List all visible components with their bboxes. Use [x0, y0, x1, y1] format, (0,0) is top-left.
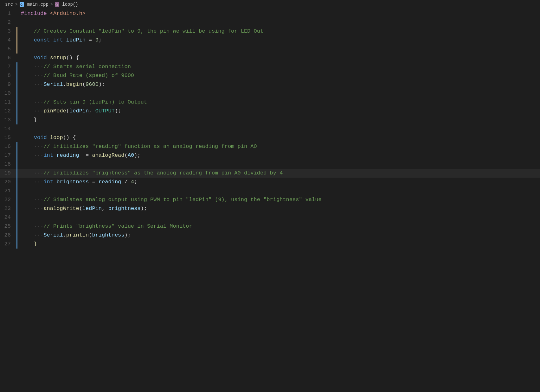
line-content-6: void setup() { [18, 54, 540, 62]
code-line-16: 16 ···// initializes "reading" function … [0, 142, 540, 151]
code-line-14: 14 [0, 124, 540, 133]
line-content-4: const int ledPin = 9; [18, 36, 540, 45]
line-gutter-25 [16, 222, 18, 231]
breadcrumb-file[interactable]: main.cpp [27, 2, 48, 7]
line-content-20: ···int brightness = reading / 4; [18, 178, 540, 187]
line-number-24: 24 [0, 213, 16, 222]
code-line-10: 10 [0, 89, 540, 98]
line-number-2: 2 [0, 18, 16, 27]
line-number-3: 3 [0, 27, 16, 36]
line-content-26: ···Serial.println(brightness); [18, 231, 540, 240]
line-content-17: ···int reading = analogRead(A0); [18, 151, 540, 160]
line-gutter-11 [16, 98, 18, 107]
line-gutter-7 [16, 62, 18, 71]
breadcrumb: src > C+ main.cpp > ⬡ loop() [0, 0, 540, 9]
line-number-7: 7 [0, 62, 16, 71]
line-number-5: 5 [0, 45, 16, 54]
line-number-4: 4 [0, 36, 16, 45]
svg-text:C+: C+ [20, 3, 24, 6]
line-gutter-4 [16, 36, 18, 45]
line-gutter-15 [16, 133, 18, 142]
code-line-4: 4 const int ledPin = 9; [0, 36, 540, 45]
line-gutter-23 [16, 204, 18, 213]
code-line-19: 19 ···// initializes "brightness" as the… [0, 169, 540, 178]
line-gutter-21 [16, 187, 18, 195]
line-content-19: ···// initializes "brightness" as the an… [18, 169, 540, 178]
line-content-16: ···// initializes "reading" function as … [18, 142, 540, 151]
code-line-1: 1 #include <Arduino.h> [0, 9, 540, 18]
code-line-26: 26 ···Serial.println(brightness); [0, 231, 540, 240]
line-gutter-24 [16, 213, 18, 222]
line-gutter-18 [16, 160, 18, 169]
code-line-12: 12 ···pinMode(ledPin, OUTPUT); [0, 107, 540, 116]
code-line-18: 18 [0, 160, 540, 169]
code-line-15: 15 void loop() { [0, 133, 540, 142]
line-content-15: void loop() { [18, 133, 540, 142]
line-gutter-3 [16, 27, 18, 36]
line-content-23: ···analogWrite(ledPin, brightness); [18, 204, 540, 213]
line-number-12: 12 [0, 107, 16, 116]
line-number-20: 20 [0, 178, 16, 187]
line-gutter-2 [16, 18, 18, 27]
line-gutter-22 [16, 195, 18, 204]
code-line-25: 25 ···// Prints "brightness" value in Se… [0, 222, 540, 231]
line-gutter-5 [16, 45, 18, 54]
line-content-22: ···// Simulates analog output using PWM … [18, 195, 540, 204]
code-line-24: 24 [0, 213, 540, 222]
line-content-12: ···pinMode(ledPin, OUTPUT); [18, 107, 540, 116]
code-line-2: 2 [0, 18, 540, 27]
code-line-21: 21 [0, 187, 540, 195]
breadcrumb-src[interactable]: src [5, 2, 13, 7]
line-content-11: ···// Sets pin 9 (ledPin) to Output [18, 98, 540, 107]
line-gutter-13 [16, 116, 18, 124]
line-content-25: ···// Prints "brightness" value in Seria… [18, 222, 540, 231]
code-line-17: 17 ···int reading = analogRead(A0); [0, 151, 540, 160]
line-gutter-27 [16, 240, 18, 249]
line-number-22: 22 [0, 195, 16, 204]
line-number-8: 8 [0, 71, 16, 80]
line-gutter-14 [16, 124, 18, 133]
code-line-22: 22 ···// Simulates analog output using P… [0, 195, 540, 204]
line-gutter-10 [16, 89, 18, 98]
svg-text:⬡: ⬡ [55, 3, 58, 6]
code-line-20: 20 ···int brightness = reading / 4; [0, 178, 540, 187]
code-line-8: 8 ···// Baud Rate (speed) of 9600 [0, 71, 540, 80]
line-number-13: 13 [0, 116, 16, 124]
line-number-9: 9 [0, 80, 16, 89]
code-line-3: 3 // Creates Constant "ledPin" to 9, the… [0, 27, 540, 36]
line-number-19: 19 [0, 169, 16, 178]
line-content-13: } [18, 116, 540, 124]
line-number-25: 25 [0, 222, 16, 231]
line-gutter-8 [16, 71, 18, 80]
line-gutter-1 [16, 9, 18, 18]
line-number-26: 26 [0, 231, 16, 240]
line-number-17: 17 [0, 151, 16, 160]
code-line-11: 11 ···// Sets pin 9 (ledPin) to Output [0, 98, 540, 107]
line-number-18: 18 [0, 160, 16, 169]
line-number-10: 10 [0, 89, 16, 98]
line-gutter-6 [16, 54, 18, 62]
line-gutter-19 [16, 169, 18, 178]
line-content-8: ···// Baud Rate (speed) of 9600 [18, 71, 540, 80]
line-number-15: 15 [0, 133, 16, 142]
code-line-5: 5 [0, 45, 540, 54]
breadcrumb-symbol-icon: ⬡ [55, 2, 60, 7]
breadcrumb-symbol[interactable]: loop() [62, 2, 78, 7]
line-gutter-17 [16, 151, 18, 160]
line-content-9: ···Serial.begin(9600); [18, 80, 540, 89]
line-number-27: 27 [0, 240, 16, 249]
line-number-11: 11 [0, 98, 16, 107]
code-line-23: 23 ···analogWrite(ledPin, brightness); [0, 204, 540, 213]
code-line-27: 27 } [0, 240, 540, 249]
line-gutter-9 [16, 80, 18, 89]
line-number-14: 14 [0, 124, 16, 133]
code-line-6: 6 void setup() { [0, 54, 540, 62]
line-content-27: } [18, 240, 540, 249]
line-content-1: #include <Arduino.h> [18, 9, 540, 18]
breadcrumb-file-icon: C+ [20, 2, 25, 7]
line-number-23: 23 [0, 204, 16, 213]
code-line-9: 9 ···Serial.begin(9600); [0, 80, 540, 89]
line-number-6: 6 [0, 54, 16, 62]
line-content-7: ···// Starts serial connection [18, 62, 540, 71]
code-editor[interactable]: 1 #include <Arduino.h> 2 3 // Creates Co… [0, 9, 540, 390]
